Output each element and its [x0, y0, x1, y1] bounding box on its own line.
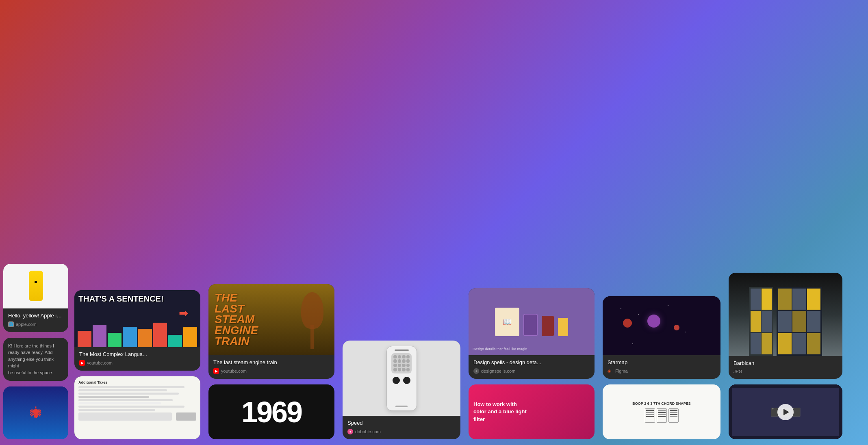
design-card-info: Design spells - design deta... ✦ designs…: [469, 355, 595, 379]
card-tax[interactable]: Additional Taxes: [74, 376, 200, 439]
designspells-icon: ✦: [473, 368, 479, 374]
1969-text: 1969: [241, 395, 302, 429]
youtube-icon: ▶: [79, 360, 85, 366]
column-5: 📖 Design details that feel like magic. D…: [465, 282, 599, 445]
book-notebook: 📖: [495, 308, 519, 336]
card-chords[interactable]: BOOP 2 6 3 7TH CHORD SHAPES: [603, 384, 720, 439]
train-card-title: The last steam engine train: [213, 359, 330, 366]
column-3: THELASTSTEAMENGINETRAIN The last steam e…: [205, 278, 339, 445]
device-btn-left: [393, 377, 400, 384]
column-7: Barbican JPG ⬛⬛⬛: [725, 267, 847, 445]
train-card-source: ▶ youtube.com: [213, 368, 330, 374]
book-dark: [523, 314, 538, 336]
stars-bg: [603, 296, 720, 355]
howto-thumbnail: How to work withcolor and a blue lightfi…: [469, 384, 595, 439]
card-sentence[interactable]: THAT'S A SENTENCE! ➡ The Most Complex La…: [74, 290, 200, 371]
apple-card-title: Hello, yellow! Apple introd...: [8, 313, 63, 319]
train-card-info: The last steam engine train ▶ youtube.co…: [208, 355, 334, 379]
starmap-thumbnail: [603, 296, 720, 355]
design-card-title: Design spells - design deta...: [473, 359, 590, 366]
figma-icon: ◈: [608, 368, 613, 374]
card-starmap[interactable]: Starmap ◈ Figma: [603, 296, 720, 379]
play-triangle: [783, 409, 789, 415]
book-red: [542, 316, 554, 336]
speed-device: [386, 346, 417, 411]
barbican-buildings: [749, 287, 822, 356]
starmap-card-title: Starmap: [608, 359, 716, 366]
youtube-icon-train: ▶: [213, 368, 219, 374]
sentence-card-info: The Most Complex Langua... ▶ youtube.com: [74, 347, 200, 371]
guitar-silhouette: [298, 292, 326, 349]
sentence-thumbnail: THAT'S A SENTENCE! ➡: [74, 290, 200, 347]
train-title-overlay: THELASTSTEAMENGINETRAIN: [215, 293, 258, 347]
barbican-card-title: Barbican: [733, 360, 838, 367]
device-buttons-row: [393, 377, 410, 384]
dribbble-icon: ●: [347, 429, 353, 434]
design-thumbnail: 📖 Design details that feel like magic.: [469, 288, 595, 355]
chords-text: BOOP 2 6 3 7TH CHORD SHAPES: [632, 401, 690, 423]
card-design[interactable]: 📖 Design details that feel like magic. D…: [469, 288, 595, 379]
column-2: THAT'S A SENTENCE! ➡ The Most Complex La…: [71, 284, 205, 445]
apple-card-info: Hello, yellow! Apple introd... 🌐 apple.c…: [3, 308, 68, 332]
column-6: Starmap ◈ Figma BOOP 2 6 3 7TH CHORD SHA…: [599, 291, 725, 445]
card-train[interactable]: THELASTSTEAMENGINETRAIN The last steam e…: [208, 284, 334, 379]
starmap-card-source: ◈ Figma: [608, 368, 716, 374]
1969-thumbnail: 1969: [208, 384, 334, 439]
spider-icon: 🕷: [30, 406, 41, 420]
card-spider[interactable]: 🕷: [3, 386, 68, 439]
train-thumbnail: THELASTSTEAMENGINETRAIN: [208, 284, 334, 355]
design-caption: Design details that feel like magic.: [473, 347, 528, 352]
planet-small-red: [674, 325, 679, 330]
apple-card-source: 🌐 apple.com: [8, 321, 63, 327]
card-video[interactable]: ⬛⬛⬛: [729, 384, 842, 439]
starmap-card-info: Starmap ◈ Figma: [603, 355, 720, 379]
device-notch: [395, 349, 409, 351]
card-speed[interactable]: Speed ● dribbble.com: [343, 341, 460, 439]
play-button[interactable]: [777, 404, 794, 420]
design-books: 📖: [491, 304, 572, 340]
card-1969[interactable]: 1969: [208, 384, 334, 439]
speed-card-title: Speed: [347, 420, 456, 427]
barbican-card-source: JPG: [733, 369, 838, 374]
column-4: Speed ● dribbble.com: [339, 335, 465, 445]
barbican-thumbnail: [729, 273, 842, 356]
video-thumbnail: ⬛⬛⬛: [729, 384, 842, 439]
speed-thumbnail: [343, 341, 460, 416]
speed-card-info: Speed ● dribbble.com: [343, 416, 460, 439]
spider-thumbnail: 🕷: [3, 386, 68, 439]
arrow-icon: ➡: [179, 306, 188, 320]
device-btn-right: [403, 377, 410, 384]
sentence-card-title: The Most Complex Langua...: [79, 351, 195, 358]
column-1: Hello, yellow! Apple introd... 🌐 apple.c…: [0, 258, 71, 445]
device-home-bar: [395, 406, 408, 407]
design-card-source: ✦ designspells.com: [473, 368, 590, 374]
speed-card-source: ● dribbble.com: [347, 429, 456, 434]
sentence-bars: [74, 319, 200, 347]
apple-thumbnail: [3, 264, 68, 308]
card-barbican[interactable]: Barbican JPG: [729, 273, 842, 379]
sentence-title-text: THAT'S A SENTENCE!: [78, 294, 196, 303]
planet-red: [623, 319, 632, 328]
howto-text: How to work withcolor and a blue lightfi…: [473, 401, 527, 423]
card-apple-text[interactable]: K! Here are the things Iready have ready…: [3, 338, 68, 381]
tax-thumbnail: Additional Taxes: [74, 376, 200, 439]
sentence-card-source: ▶ youtube.com: [79, 360, 195, 366]
card-howto[interactable]: How to work withcolor and a blue lightfi…: [469, 384, 595, 439]
device-speaker-grid: [391, 353, 412, 373]
planet-purple: [647, 315, 660, 328]
globe-icon: 🌐: [8, 321, 14, 327]
apple-text-content: K! Here are the things Iready have ready…: [8, 343, 63, 376]
chords-thumbnail: BOOP 2 6 3 7TH CHORD SHAPES: [603, 384, 720, 439]
card-apple[interactable]: Hello, yellow! Apple introd... 🌐 apple.c…: [3, 264, 68, 332]
book-yellow: [558, 318, 568, 336]
barbican-card-info: Barbican JPG: [729, 356, 842, 379]
